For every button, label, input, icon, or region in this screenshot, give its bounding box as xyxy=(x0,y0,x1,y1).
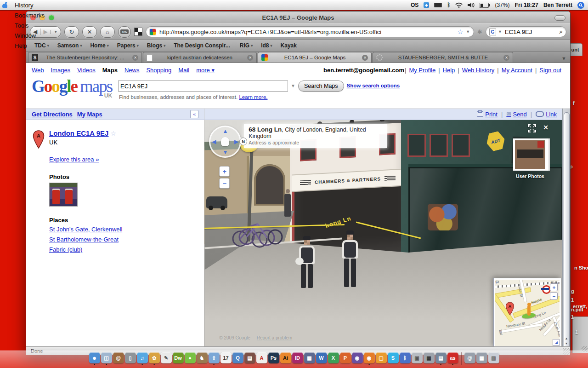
menu-item[interactable]: Tools xyxy=(10,20,49,30)
explore-area-link[interactable]: Explore this area » xyxy=(49,156,99,163)
dock-app-icon[interactable]: ◉ ▲ xyxy=(363,352,375,366)
google-nav-link[interactable]: Mail xyxy=(178,67,189,74)
dock-app-icon[interactable]: Q xyxy=(232,352,243,366)
account-link[interactable]: My Account xyxy=(499,67,535,74)
street-view-viewport[interactable]: CHAMBERS & PARTNERS THECHAMBE xyxy=(204,120,562,346)
google-nav-link[interactable]: more ▾ xyxy=(196,67,215,74)
minimap-resize-grip[interactable]: ◢ xyxy=(553,339,560,346)
dock-app-icon[interactable]: Ai xyxy=(280,352,291,366)
collapse-panel-button[interactable]: « xyxy=(190,110,198,118)
dock-app-icon[interactable]: ID xyxy=(292,352,303,366)
dock-app-icon[interactable]: S xyxy=(387,352,399,366)
user-photos-widget[interactable]: User Photos xyxy=(513,138,548,179)
place-link[interactable]: St John's Gate, Clerkenwell xyxy=(49,226,122,233)
scrollbar-thumb[interactable] xyxy=(564,112,570,346)
minimap-zoom-out-button[interactable]: − xyxy=(550,292,558,300)
lastfm-menu-icon[interactable]: OS xyxy=(411,2,418,8)
user-photos-thumbnail[interactable] xyxy=(513,138,547,171)
send-link[interactable]: ✉Send xyxy=(506,111,526,118)
pan-up-arrow[interactable]: ▲ xyxy=(222,128,228,134)
battery-menu-icon[interactable] xyxy=(480,3,490,8)
search-engine-icon[interactable]: G xyxy=(489,29,496,35)
dock-app-icon[interactable]: @ xyxy=(113,352,124,366)
dock-app-icon[interactable]: ◉ xyxy=(351,352,363,366)
search-bar[interactable]: G ▼ ⌕ xyxy=(486,26,566,37)
search-maps-button[interactable]: Search Maps xyxy=(298,80,344,92)
google-nav-link[interactable]: Videos xyxy=(77,67,96,74)
maps-search-input[interactable] xyxy=(118,80,288,92)
account-link[interactable]: Web History xyxy=(460,67,497,74)
bookmark-item[interactable]: RIG▾ xyxy=(236,40,256,51)
bookmark-item[interactable]: Kayak xyxy=(277,40,302,51)
bookmark-item[interactable]: Home▾ xyxy=(86,40,112,51)
overview-minimap[interactable]: use StHayneLong LnMiddle StNewbury StClo… xyxy=(494,278,561,346)
title-bar[interactable]: EC1A 9EJ – Google Maps xyxy=(26,12,570,23)
dock-app-icon[interactable]: ✎ xyxy=(160,352,172,366)
pan-down-arrow[interactable]: ▼ xyxy=(222,149,228,155)
dock-stack-icon[interactable]: @ xyxy=(464,352,475,366)
area-photo-thumbnail[interactable] xyxy=(49,183,78,207)
dock-app-icon[interactable]: ▦ xyxy=(423,352,435,366)
menu-clock[interactable]: Fri 18:27 xyxy=(514,2,538,8)
dock-app-icon[interactable]: ▦ xyxy=(304,352,315,366)
minimap-marker-a[interactable]: A xyxy=(505,302,514,317)
google-nav-link[interactable]: Web xyxy=(32,67,44,74)
dock-app-icon[interactable]: ◫ ▲ xyxy=(101,352,112,366)
place-link[interactable]: Fabric (club) xyxy=(49,246,122,253)
tag-extension-button[interactable]: TAG xyxy=(118,26,131,38)
delicious-icon[interactable] xyxy=(134,28,142,36)
bookmark-item[interactable]: Samson▾ xyxy=(54,40,86,51)
pan-right-arrow[interactable]: ▶ xyxy=(234,138,238,145)
menu-item[interactable]: History xyxy=(10,0,49,10)
dropbox-menu-icon[interactable]: ◆ xyxy=(424,2,429,8)
search-history-dropdown-icon[interactable]: ▼ xyxy=(291,83,295,88)
dock-app-icon[interactable]: A xyxy=(256,352,267,366)
google-nav-link[interactable]: Shopping xyxy=(146,67,171,74)
dock-app-icon[interactable]: 17 xyxy=(220,352,232,366)
dock-app-icon[interactable]: ♫ ▲ xyxy=(136,352,148,366)
dock-app-icon[interactable]: Dw xyxy=(172,352,184,366)
keyboard-battery-icon[interactable] xyxy=(434,3,442,7)
home-button[interactable]: ⌂ xyxy=(100,26,115,38)
dock-stack-icon[interactable]: ▦ xyxy=(476,352,487,366)
engine-dropdown-icon[interactable]: ▼ xyxy=(498,29,502,34)
dock-app-icon[interactable]: ▤ xyxy=(244,352,255,366)
bluetooth-menu-icon[interactable]: ᛒ xyxy=(447,2,450,8)
account-link[interactable]: My Profile xyxy=(407,67,438,74)
tab-close-icon[interactable]: ✕ xyxy=(503,55,509,61)
fullscreen-icon[interactable] xyxy=(527,124,537,133)
volume-menu-icon[interactable] xyxy=(468,2,475,8)
menu-item[interactable]: Help xyxy=(10,40,49,51)
dock-app-icon[interactable]: X xyxy=(328,352,339,366)
learn-more-link[interactable]: Learn more. xyxy=(239,94,267,100)
tab-kipferl[interactable]: kipferl austrian delicatessen ✕ xyxy=(143,52,257,63)
pegman[interactable] xyxy=(522,303,536,319)
url-bar[interactable]: ☆ ▼ xyxy=(146,26,474,37)
apple-menu-icon[interactable] xyxy=(0,0,10,10)
user-menu[interactable]: Ben Terrett xyxy=(543,2,572,8)
dock-app-icon[interactable]: ▢ xyxy=(375,352,387,366)
dock-app-icon[interactable]: ♞ xyxy=(196,352,208,366)
save-star-icon[interactable]: ☆ xyxy=(110,130,116,137)
tab-close-icon[interactable]: ✕ xyxy=(362,55,368,61)
dock-app-icon[interactable]: ▤ ▲ xyxy=(435,352,447,366)
pan-control[interactable]: ▲ ▼ ◀ ▶ xyxy=(209,126,241,158)
bookmark-item[interactable]: Blogs▾ xyxy=(143,40,169,51)
dock-app-icon[interactable]: ● xyxy=(184,352,196,366)
show-search-options-link[interactable]: Show search options xyxy=(347,83,400,88)
reload-button[interactable]: ↻ xyxy=(64,26,79,38)
bookmark-item[interactable]: The Design Conspir... xyxy=(170,40,235,51)
tab-close-icon[interactable]: ✕ xyxy=(132,55,138,61)
wifi-menu-icon[interactable] xyxy=(455,2,463,8)
dock-app-icon[interactable]: as ▲ xyxy=(447,352,458,366)
account-link[interactable]: Sign out xyxy=(537,67,564,74)
window-scrollbar[interactable]: ▲▼ xyxy=(562,109,570,346)
tab-staufenberger-smith[interactable]: STAUFENBERGER, SMITH & BUTTE ✕ xyxy=(373,52,513,63)
street-view-zoom-in-button[interactable]: + xyxy=(219,166,230,177)
pan-left-arrow[interactable]: ◀ xyxy=(212,138,216,145)
print-link[interactable]: Print xyxy=(477,111,498,118)
tab-google-maps-active[interactable]: EC1A 9EJ – Google Maps ✕ xyxy=(258,52,372,63)
tab-close-icon[interactable]: ✕ xyxy=(247,55,253,61)
report-problem-link[interactable]: Report a problem xyxy=(257,335,292,340)
account-link[interactable]: Help xyxy=(441,67,458,74)
